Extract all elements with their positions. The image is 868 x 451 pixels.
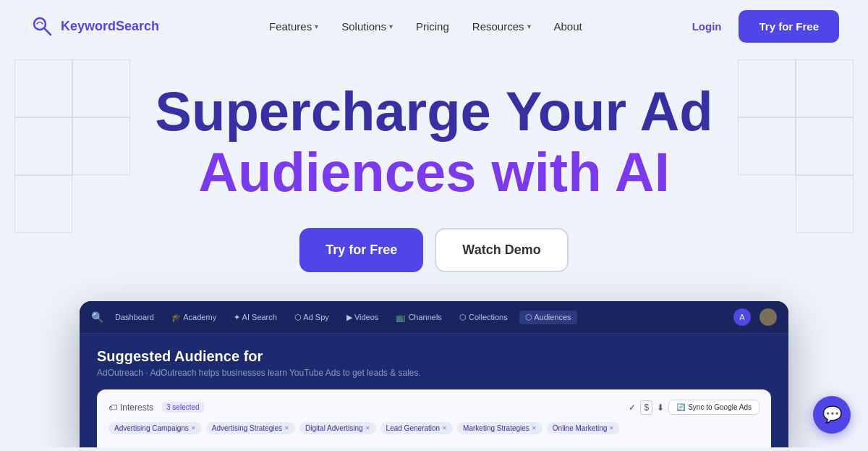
tag-remove-icon[interactable]: ✕ (442, 425, 447, 431)
dash-nav-ai-search[interactable]: ✦ AI Search (228, 311, 283, 324)
logo-text: KeywordSearch (61, 19, 159, 34)
nav-solutions[interactable]: Solutions ▾ (341, 20, 393, 33)
dash-nav-channels[interactable]: 📺 Channels (390, 311, 448, 324)
dashboard-actions: ✓ $ ⬇ 🔄 Sync to Google Ads (629, 400, 760, 415)
hero-buttons: Try for Free Watch Demo (299, 228, 568, 272)
dollar-icon: $ (640, 400, 652, 415)
interests-label: 🏷 Interests (109, 402, 153, 413)
dash-nav-collections[interactable]: ⬡ Collections (454, 311, 514, 324)
dashboard-content: Suggested Audience for AdOutreach · AdOu… (80, 334, 788, 447)
tag-marketing-strategies[interactable]: Marketing Strategies ✕ (457, 422, 542, 434)
tag-digital-advertising[interactable]: Digital Advertising ✕ (299, 422, 375, 434)
tag-online-marketing[interactable]: Online Marketing ✕ (547, 422, 621, 434)
selected-count-badge: 3 selected (162, 402, 204, 413)
dashboard-avatar: A (733, 308, 751, 326)
tag-advertising-strategies[interactable]: Advertising Strategies ✕ (206, 422, 295, 434)
nav-resources[interactable]: Resources ▾ (472, 20, 531, 33)
features-chevron-icon: ▾ (315, 22, 318, 30)
dashboard-card: 🏷 Interests 3 selected ✓ $ ⬇ 🔄 Sync to G… (97, 389, 771, 447)
dash-nav-videos[interactable]: ▶ Videos (341, 311, 385, 324)
nav-about[interactable]: About (554, 20, 582, 33)
dash-nav-ad-spy[interactable]: ⬡ Ad Spy (289, 311, 335, 324)
dash-nav-dashboard[interactable]: Dashboard (109, 311, 160, 324)
grid-square (738, 117, 796, 175)
dash-nav-academy[interactable]: 🎓 Academy (166, 311, 222, 324)
hero-title: Supercharge Your Ad Audiences with AI (155, 81, 712, 202)
login-button[interactable]: Login (692, 20, 722, 33)
try-free-button-hero[interactable]: Try for Free (299, 228, 423, 272)
dashboard-preview: 🔍 Dashboard 🎓 Academy ✦ AI Search ⬡ Ad S… (80, 301, 788, 447)
grid-square (72, 59, 130, 117)
tag-remove-icon[interactable]: ✕ (191, 425, 196, 431)
tag-remove-icon[interactable]: ✕ (365, 425, 370, 431)
navbar: KeywordSearch Features ▾ Solutions ▾ Pri… (0, 0, 868, 52)
nav-right: Login Try for Free (692, 10, 839, 43)
hero-section: Supercharge Your Ad Audiences with AI Tr… (0, 52, 868, 447)
nav-pricing[interactable]: Pricing (416, 20, 449, 33)
logo[interactable]: KeywordSearch (29, 13, 159, 39)
chat-button[interactable]: 💬 (813, 396, 851, 434)
chat-icon: 💬 (822, 405, 842, 424)
nav-features[interactable]: Features ▾ (269, 20, 318, 33)
grid-square (14, 117, 72, 175)
dashboard-tags: Advertising Campaigns ✕ Advertising Stra… (109, 422, 760, 434)
sync-to-google-ads-button[interactable]: 🔄 Sync to Google Ads (668, 400, 760, 415)
grid-square (14, 175, 72, 233)
dashboard-heading: Suggested Audience for (97, 348, 771, 365)
nav-links: Features ▾ Solutions ▾ Pricing Resources… (269, 20, 582, 33)
grid-square (738, 59, 796, 117)
tag-remove-icon[interactable]: ✕ (609, 425, 614, 431)
try-free-button-nav[interactable]: Try for Free (739, 10, 839, 43)
tag-lead-generation[interactable]: Lead Generation ✕ (380, 422, 454, 434)
tag-remove-icon[interactable]: ✕ (284, 425, 289, 431)
tag-icon: 🏷 (109, 402, 117, 413)
grid-square (796, 117, 854, 175)
tag-advertising-campaigns[interactable]: Advertising Campaigns ✕ (109, 422, 202, 434)
dashboard-card-row: 🏷 Interests 3 selected ✓ $ ⬇ 🔄 Sync to G… (109, 400, 760, 415)
solutions-chevron-icon: ▾ (389, 22, 393, 30)
grid-square (796, 175, 854, 233)
watch-demo-button[interactable]: Watch Demo (435, 228, 568, 272)
dash-nav-audiences[interactable]: ⬡ Audiences (519, 311, 577, 324)
dashboard-subtext: AdOutreach · AdOutreach helps businesses… (97, 368, 771, 378)
checkmark-icon: ✓ (629, 402, 636, 413)
grid-square (72, 117, 130, 175)
resources-chevron-icon: ▾ (527, 22, 531, 30)
download-icon: ⬇ (657, 402, 664, 413)
sync-icon: 🔄 (676, 403, 685, 411)
dashboard-profile-pic (760, 308, 777, 326)
grid-square (14, 59, 72, 117)
dashboard-topbar: 🔍 Dashboard 🎓 Academy ✦ AI Search ⬡ Ad S… (80, 301, 788, 334)
tag-remove-icon[interactable]: ✕ (532, 425, 537, 431)
grid-square (796, 59, 854, 117)
dashboard-search-icon: 🔍 (91, 311, 103, 323)
